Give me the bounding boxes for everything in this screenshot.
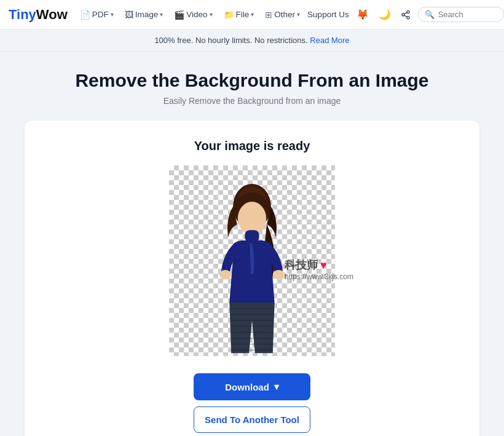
brand-tiny: Tiny xyxy=(9,7,36,22)
svg-point-6 xyxy=(238,202,266,235)
card-heading: Your image is ready xyxy=(194,139,310,153)
navbar: TinyWow 📄 PDF ▾ 🖼 Image ▾ 🎬 Video ▾ 📁 Fi… xyxy=(0,0,504,30)
main-content: Remove the Background From an Image Easi… xyxy=(0,52,504,436)
page-title: Remove the Background From an Image xyxy=(75,70,428,91)
dark-mode-btn[interactable]: 🌙 xyxy=(376,6,393,23)
nav-image[interactable]: 🖼 Image ▾ xyxy=(120,7,168,22)
person-figure xyxy=(197,184,307,356)
svg-line-4 xyxy=(404,12,407,14)
person-svg xyxy=(197,184,307,356)
nav-pdf[interactable]: 📄 PDF ▾ xyxy=(75,7,119,22)
result-card: Your image is ready xyxy=(25,121,479,436)
emoji-icon-btn[interactable]: 🦊 xyxy=(354,6,371,23)
banner-read-more[interactable]: Read More xyxy=(310,36,349,45)
pdf-icon: 📄 xyxy=(80,10,90,20)
download-label: Download xyxy=(225,382,269,392)
nav-file[interactable]: 📁 File ▾ xyxy=(219,7,259,22)
search-box: 🔍 xyxy=(418,7,504,22)
nav-file-label: File xyxy=(236,10,250,19)
image-chevron: ▾ xyxy=(160,11,163,18)
brand-wow: Wow xyxy=(36,7,68,22)
nav-pdf-label: PDF xyxy=(92,10,109,19)
svg-rect-8 xyxy=(245,230,259,242)
video-chevron: ▾ xyxy=(210,11,213,18)
file-icon: 📁 xyxy=(224,10,234,20)
file-chevron: ▾ xyxy=(251,11,254,18)
image-area-wrap: 科技师 ♥ https://www.3kjs.com xyxy=(169,165,335,373)
nav-right: Support Us 🦊 🌙 🔍 Sign In xyxy=(307,6,504,23)
send-to-tool-button[interactable]: Send To Another Tool xyxy=(194,406,310,433)
nav-image-label: Image xyxy=(135,10,159,19)
search-icon: 🔍 xyxy=(425,10,435,19)
share-btn[interactable] xyxy=(398,7,413,22)
video-icon: 🎬 xyxy=(174,10,184,20)
download-button[interactable]: Download ▾ xyxy=(194,373,310,400)
image-icon: 🖼 xyxy=(125,10,133,20)
image-preview xyxy=(169,165,335,356)
brand-logo[interactable]: TinyWow xyxy=(9,7,68,23)
svg-point-10 xyxy=(273,270,285,279)
other-chevron: ▾ xyxy=(297,11,300,18)
search-input[interactable] xyxy=(438,10,497,19)
nav-other-label: Other xyxy=(274,10,295,19)
svg-point-9 xyxy=(219,270,231,279)
promo-banner: 100% free. No hourly limits. No restrict… xyxy=(0,30,504,52)
download-chevron-icon: ▾ xyxy=(274,381,279,392)
banner-text: 100% free. No hourly limits. No restrict… xyxy=(154,36,307,45)
send-label: Send To Another Tool xyxy=(205,414,299,425)
other-icon: ⊞ xyxy=(265,10,272,20)
page-subtitle: Easily Remove the Background from an ima… xyxy=(163,96,341,106)
nav-video-label: Video xyxy=(186,10,207,19)
pdf-chevron: ▾ xyxy=(111,11,114,18)
nav-other[interactable]: ⊞ Other ▾ xyxy=(260,7,305,22)
nav-video[interactable]: 🎬 Video ▾ xyxy=(169,7,217,22)
support-link[interactable]: Support Us xyxy=(307,10,349,19)
svg-line-3 xyxy=(404,15,407,17)
